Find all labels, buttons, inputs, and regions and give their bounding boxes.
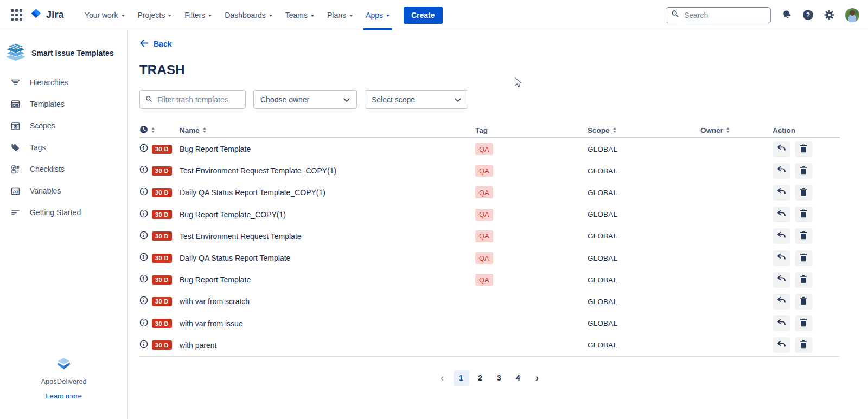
sidebar-item-getting-started[interactable]: Getting Started [0, 202, 127, 223]
filter-trash-search[interactable] [139, 90, 246, 109]
column-owner[interactable]: Owner [700, 126, 773, 134]
retention-badge: 30 D [152, 297, 172, 306]
template-name[interactable]: with parent [180, 341, 475, 350]
app-header[interactable]: Smart Issue Templates [0, 30, 127, 64]
column-time[interactable] [139, 125, 180, 136]
app-switcher-icon[interactable] [11, 9, 22, 21]
create-button[interactable]: Create [404, 7, 443, 24]
info-icon[interactable] [139, 144, 148, 154]
info-icon[interactable] [139, 274, 148, 285]
hierarchies-icon [10, 78, 21, 88]
template-name[interactable]: Bug Report Template [180, 275, 475, 284]
column-scope[interactable]: Scope [588, 126, 700, 134]
sidebar-item-scopes[interactable]: Scopes [0, 115, 127, 137]
info-icon[interactable] [139, 187, 148, 198]
learn-more-link[interactable]: Learn more [46, 392, 81, 400]
delete-button[interactable] [795, 315, 812, 331]
template-name[interactable]: with var from scratch [180, 297, 475, 306]
page-button-3[interactable]: 3 [492, 370, 507, 386]
jira-logo[interactable]: Jira [30, 8, 64, 23]
restore-button[interactable] [773, 315, 790, 331]
info-icon[interactable] [139, 318, 148, 329]
info-icon[interactable] [139, 231, 148, 242]
sidebar-item-templates[interactable]: Templates [0, 93, 127, 115]
appsdelivered-brand: AppsDelivered [0, 377, 127, 385]
help-icon[interactable]: ? [803, 10, 813, 20]
restore-button[interactable] [773, 163, 790, 179]
filter-trash-input[interactable] [156, 95, 240, 105]
global-search[interactable] [666, 7, 771, 23]
restore-icon [777, 166, 786, 176]
nav-item-apps[interactable]: Apps [364, 0, 391, 30]
nav-item-your-work[interactable]: Your work [83, 0, 126, 30]
column-action: Action [773, 126, 840, 134]
nav-item-dashboards[interactable]: Dashboards [223, 0, 274, 30]
page-button-1[interactable]: 1 [454, 370, 469, 386]
restore-icon [777, 144, 786, 154]
template-name[interactable]: Test Environment Request Template_COPY(1… [180, 166, 475, 175]
delete-button[interactable] [795, 337, 812, 353]
table-row: 30 D Test Environment Request Template_C… [139, 160, 840, 182]
info-icon[interactable] [139, 165, 148, 176]
table-body: 30 D Bug Report Template QA GLOBAL [139, 138, 840, 356]
template-name[interactable]: Daily QA Status Report Template_COPY(1) [180, 188, 475, 197]
restore-button[interactable] [773, 250, 790, 266]
sidebar-item-variables[interactable]: (x) Variables [0, 180, 127, 202]
info-icon[interactable] [139, 253, 148, 263]
page-button-2[interactable]: 2 [473, 370, 488, 386]
checklists-icon [10, 164, 21, 175]
column-name[interactable]: Name [180, 126, 475, 134]
delete-button[interactable] [795, 163, 812, 179]
info-icon[interactable] [139, 209, 148, 220]
sidebar-item-tags[interactable]: Tags [0, 137, 127, 158]
nav-item-teams[interactable]: Teams [284, 0, 316, 30]
delete-button[interactable] [795, 207, 812, 222]
delete-button[interactable] [795, 250, 812, 266]
scope-value: GLOBAL [588, 232, 700, 240]
tag-badge: QA [475, 143, 493, 155]
restore-button[interactable] [773, 207, 790, 222]
search-input[interactable] [683, 10, 765, 20]
restore-button[interactable] [773, 294, 790, 310]
restore-icon [777, 340, 786, 350]
template-name[interactable]: Bug Report Template [180, 145, 475, 153]
user-avatar[interactable] [845, 8, 859, 22]
select-scope-select[interactable]: Select scope [365, 90, 468, 109]
delete-button[interactable] [795, 141, 812, 157]
next-page-button[interactable]: › [529, 370, 545, 386]
trash-table: Name Tag Scope Owner Action [139, 123, 840, 357]
retention-badge: 30 D [152, 254, 172, 263]
sidebar-item-hierarchies[interactable]: Hierarchies [0, 72, 127, 93]
table-row: 30 D Bug Report Template QA GLOBAL [139, 138, 840, 160]
brand-text: Jira [46, 9, 64, 21]
sort-icon [613, 127, 616, 133]
delete-button[interactable] [795, 272, 812, 288]
template-name[interactable]: Daily QA Status Report Template [180, 254, 475, 262]
retention-badge: 30 D [152, 340, 172, 350]
delete-button[interactable] [795, 185, 812, 201]
template-name[interactable]: with var from issue [180, 319, 475, 328]
restore-button[interactable] [773, 141, 790, 157]
template-name[interactable]: Test Environment Request Template [180, 232, 475, 241]
nav-item-filters[interactable]: Filters [183, 0, 213, 30]
info-icon[interactable] [139, 340, 148, 351]
restore-button[interactable] [773, 337, 790, 353]
table-row: 30 D with parent GLOBAL [139, 334, 840, 356]
sidebar-item-checklists[interactable]: Checklists [0, 158, 127, 180]
nav-item-projects[interactable]: Projects [136, 0, 174, 30]
restore-button[interactable] [773, 185, 790, 201]
info-icon[interactable] [139, 296, 148, 307]
back-link[interactable]: Back [139, 39, 171, 49]
restore-button[interactable] [773, 228, 790, 244]
template-name[interactable]: Bug Report Template_COPY(1) [180, 210, 475, 219]
restore-button[interactable] [773, 272, 790, 288]
notifications-icon[interactable] [781, 9, 793, 21]
delete-button[interactable] [795, 294, 812, 310]
page-button-4[interactable]: 4 [510, 370, 526, 386]
nav-item-plans[interactable]: Plans [326, 0, 354, 30]
main-menu: Your work Projects Filters Dashboards Te… [78, 0, 396, 30]
settings-gear-icon[interactable] [824, 9, 835, 21]
choose-owner-select[interactable]: Choose owner [253, 90, 357, 109]
table-row: 30 D with var from scratch GLOBAL [139, 291, 840, 312]
delete-button[interactable] [795, 228, 812, 244]
